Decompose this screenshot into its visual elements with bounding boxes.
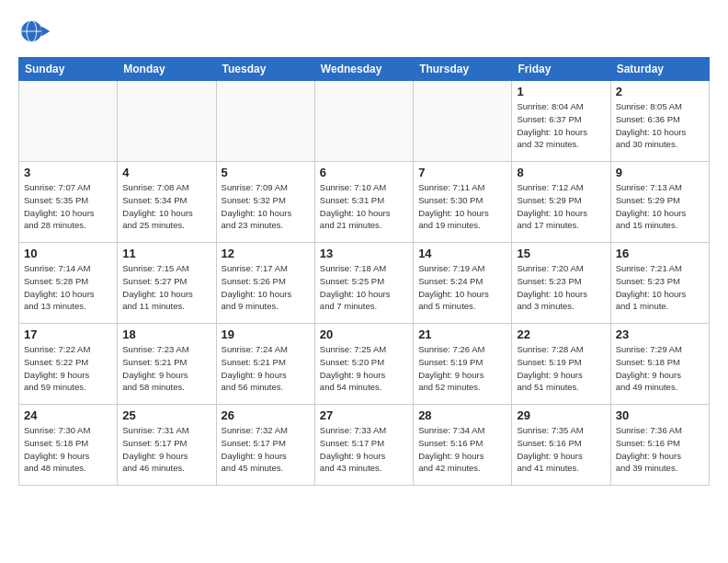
calendar-cell: 15Sunrise: 7:20 AM Sunset: 5:23 PM Dayli… <box>512 243 610 324</box>
day-info: Sunrise: 7:08 AM Sunset: 5:34 PM Dayligh… <box>122 181 210 232</box>
logo <box>18 15 55 48</box>
day-info: Sunrise: 7:24 AM Sunset: 5:21 PM Dayligh… <box>222 343 310 394</box>
page: SundayMondayTuesdayWednesdayThursdayFrid… <box>0 0 728 500</box>
calendar-cell: 16Sunrise: 7:21 AM Sunset: 5:23 PM Dayli… <box>610 243 709 324</box>
calendar-cell: 2Sunrise: 8:05 AM Sunset: 6:36 PM Daylig… <box>610 81 709 162</box>
day-info: Sunrise: 7:10 AM Sunset: 5:31 PM Dayligh… <box>320 181 408 232</box>
calendar-cell: 12Sunrise: 7:17 AM Sunset: 5:26 PM Dayli… <box>216 243 314 324</box>
calendar-cell: 29Sunrise: 7:35 AM Sunset: 5:16 PM Dayli… <box>512 405 610 486</box>
day-number: 23 <box>616 327 704 341</box>
calendar-cell: 13Sunrise: 7:18 AM Sunset: 5:25 PM Dayli… <box>314 243 413 324</box>
day-info: Sunrise: 7:25 AM Sunset: 5:20 PM Dayligh… <box>320 343 408 394</box>
calendar-cell: 10Sunrise: 7:14 AM Sunset: 5:28 PM Dayli… <box>19 243 118 324</box>
calendar-cell: 20Sunrise: 7:25 AM Sunset: 5:20 PM Dayli… <box>314 324 413 405</box>
week-row-5: 24Sunrise: 7:30 AM Sunset: 5:18 PM Dayli… <box>19 405 710 486</box>
day-info: Sunrise: 7:18 AM Sunset: 5:25 PM Dayligh… <box>320 262 408 313</box>
day-number: 19 <box>222 327 310 341</box>
calendar-cell: 8Sunrise: 7:12 AM Sunset: 5:29 PM Daylig… <box>512 162 610 243</box>
day-info: Sunrise: 7:35 AM Sunset: 5:16 PM Dayligh… <box>517 424 605 475</box>
calendar-cell: 27Sunrise: 7:33 AM Sunset: 5:17 PM Dayli… <box>314 405 413 486</box>
day-number: 6 <box>320 166 408 179</box>
calendar-cell: 22Sunrise: 7:28 AM Sunset: 5:19 PM Dayli… <box>512 324 610 405</box>
day-info: Sunrise: 7:19 AM Sunset: 5:24 PM Dayligh… <box>418 262 506 313</box>
day-info: Sunrise: 7:20 AM Sunset: 5:23 PM Dayligh… <box>517 262 605 313</box>
day-number: 28 <box>418 408 506 422</box>
day-number: 13 <box>320 247 408 260</box>
day-info: Sunrise: 7:34 AM Sunset: 5:16 PM Dayligh… <box>418 424 506 475</box>
day-info: Sunrise: 7:12 AM Sunset: 5:29 PM Dayligh… <box>517 181 605 232</box>
day-info: Sunrise: 7:29 AM Sunset: 5:18 PM Dayligh… <box>616 343 704 394</box>
calendar-cell: 4Sunrise: 7:08 AM Sunset: 5:34 PM Daylig… <box>118 162 216 243</box>
calendar-cell: 1Sunrise: 8:04 AM Sunset: 6:37 PM Daylig… <box>512 81 610 162</box>
day-info: Sunrise: 7:17 AM Sunset: 5:26 PM Dayligh… <box>222 262 310 313</box>
day-info: Sunrise: 8:05 AM Sunset: 6:36 PM Dayligh… <box>616 100 704 151</box>
day-number: 3 <box>24 166 112 179</box>
day-number: 29 <box>517 408 605 422</box>
day-info: Sunrise: 7:31 AM Sunset: 5:17 PM Dayligh… <box>122 424 210 475</box>
day-info: Sunrise: 7:13 AM Sunset: 5:29 PM Dayligh… <box>616 181 704 232</box>
calendar-cell: 11Sunrise: 7:15 AM Sunset: 5:27 PM Dayli… <box>118 243 216 324</box>
weekday-header-sunday: Sunday <box>19 58 118 81</box>
week-row-2: 3Sunrise: 7:07 AM Sunset: 5:35 PM Daylig… <box>19 162 710 243</box>
day-number: 2 <box>616 85 704 98</box>
weekday-header-wednesday: Wednesday <box>314 58 413 81</box>
calendar-cell: 18Sunrise: 7:23 AM Sunset: 5:21 PM Dayli… <box>118 324 216 405</box>
day-info: Sunrise: 7:36 AM Sunset: 5:16 PM Dayligh… <box>616 424 704 475</box>
calendar-cell <box>118 81 216 162</box>
calendar-cell: 26Sunrise: 7:32 AM Sunset: 5:17 PM Dayli… <box>216 405 314 486</box>
day-info: Sunrise: 8:04 AM Sunset: 6:37 PM Dayligh… <box>517 100 605 151</box>
day-number: 22 <box>517 327 605 341</box>
day-info: Sunrise: 7:23 AM Sunset: 5:21 PM Dayligh… <box>122 343 210 394</box>
day-info: Sunrise: 7:21 AM Sunset: 5:23 PM Dayligh… <box>616 262 704 313</box>
calendar-cell: 3Sunrise: 7:07 AM Sunset: 5:35 PM Daylig… <box>19 162 118 243</box>
calendar-cell: 17Sunrise: 7:22 AM Sunset: 5:22 PM Dayli… <box>19 324 118 405</box>
day-info: Sunrise: 7:33 AM Sunset: 5:17 PM Dayligh… <box>320 424 408 475</box>
day-number: 15 <box>517 247 605 260</box>
weekday-header-thursday: Thursday <box>414 58 512 81</box>
day-number: 11 <box>122 247 210 260</box>
day-number: 14 <box>418 247 506 260</box>
day-number: 7 <box>418 166 506 179</box>
calendar-cell: 28Sunrise: 7:34 AM Sunset: 5:16 PM Dayli… <box>414 405 512 486</box>
day-number: 20 <box>320 327 408 341</box>
day-number: 1 <box>517 85 605 98</box>
day-info: Sunrise: 7:07 AM Sunset: 5:35 PM Dayligh… <box>24 181 112 232</box>
weekday-header-row: SundayMondayTuesdayWednesdayThursdayFrid… <box>19 58 710 81</box>
day-number: 24 <box>24 408 112 422</box>
day-number: 8 <box>517 166 605 179</box>
calendar-cell: 14Sunrise: 7:19 AM Sunset: 5:24 PM Dayli… <box>414 243 512 324</box>
day-info: Sunrise: 7:14 AM Sunset: 5:28 PM Dayligh… <box>24 262 112 313</box>
calendar-cell: 5Sunrise: 7:09 AM Sunset: 5:32 PM Daylig… <box>216 162 314 243</box>
calendar-cell <box>216 81 314 162</box>
day-info: Sunrise: 7:09 AM Sunset: 5:32 PM Dayligh… <box>222 181 310 232</box>
day-number: 18 <box>122 327 210 341</box>
day-number: 26 <box>222 408 310 422</box>
day-number: 12 <box>222 247 310 260</box>
calendar-cell: 24Sunrise: 7:30 AM Sunset: 5:18 PM Dayli… <box>19 405 118 486</box>
calendar-cell: 25Sunrise: 7:31 AM Sunset: 5:17 PM Dayli… <box>118 405 216 486</box>
day-number: 21 <box>418 327 506 341</box>
day-info: Sunrise: 7:22 AM Sunset: 5:22 PM Dayligh… <box>24 343 112 394</box>
calendar-cell: 7Sunrise: 7:11 AM Sunset: 5:30 PM Daylig… <box>414 162 512 243</box>
day-number: 17 <box>24 327 112 341</box>
week-row-4: 17Sunrise: 7:22 AM Sunset: 5:22 PM Dayli… <box>19 324 710 405</box>
calendar-cell: 21Sunrise: 7:26 AM Sunset: 5:19 PM Dayli… <box>414 324 512 405</box>
weekday-header-monday: Monday <box>118 58 216 81</box>
day-number: 5 <box>222 166 310 179</box>
day-number: 27 <box>320 408 408 422</box>
day-info: Sunrise: 7:11 AM Sunset: 5:30 PM Dayligh… <box>418 181 506 232</box>
day-info: Sunrise: 7:15 AM Sunset: 5:27 PM Dayligh… <box>122 262 210 313</box>
calendar: SundayMondayTuesdayWednesdayThursdayFrid… <box>18 57 710 486</box>
calendar-cell <box>414 81 512 162</box>
day-info: Sunrise: 7:32 AM Sunset: 5:17 PM Dayligh… <box>222 424 310 475</box>
logo-icon <box>18 15 51 48</box>
weekday-header-saturday: Saturday <box>610 58 709 81</box>
day-number: 9 <box>616 166 704 179</box>
calendar-cell: 6Sunrise: 7:10 AM Sunset: 5:31 PM Daylig… <box>314 162 413 243</box>
weekday-header-friday: Friday <box>512 58 610 81</box>
calendar-cell <box>19 81 118 162</box>
calendar-cell: 23Sunrise: 7:29 AM Sunset: 5:18 PM Dayli… <box>610 324 709 405</box>
day-info: Sunrise: 7:30 AM Sunset: 5:18 PM Dayligh… <box>24 424 112 475</box>
calendar-cell: 30Sunrise: 7:36 AM Sunset: 5:16 PM Dayli… <box>610 405 709 486</box>
day-number: 30 <box>616 408 704 422</box>
